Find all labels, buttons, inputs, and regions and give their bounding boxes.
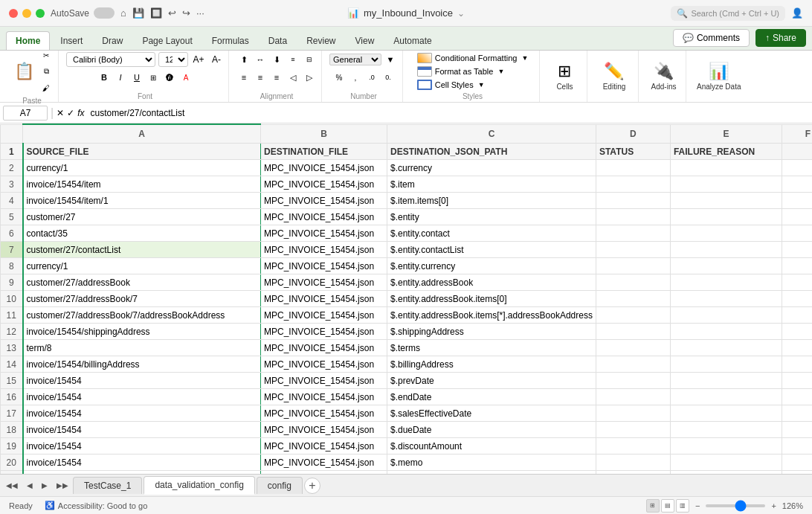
- cell-f20[interactable]: [782, 454, 812, 471]
- cell-e10[interactable]: [670, 291, 782, 307]
- tab-draw[interactable]: Draw: [93, 32, 132, 50]
- cell-e1[interactable]: FAILURE_REASON: [670, 144, 782, 160]
- cell-c8[interactable]: $.entity.currency: [387, 258, 596, 274]
- sheet-nav-last[interactable]: ▶▶: [54, 480, 71, 491]
- font-size-increase-button[interactable]: A+: [191, 52, 206, 67]
- cell-a8[interactable]: currency/1: [23, 258, 261, 274]
- dropdown-chevron-icon[interactable]: ⌄: [457, 8, 465, 19]
- cell-b10[interactable]: MPC_INVOICE_15454.json: [261, 291, 387, 307]
- autosave-toggle[interactable]: [94, 7, 115, 19]
- cell-d5[interactable]: [596, 209, 670, 225]
- cell-c7[interactable]: $.entity.contactList: [387, 242, 596, 258]
- cell-b21[interactable]: MPC_INVOICE_15454.json: [261, 471, 387, 475]
- cell-f7[interactable]: [782, 242, 812, 258]
- col-header-f[interactable]: F: [782, 124, 812, 144]
- cell-d19[interactable]: [596, 438, 670, 454]
- cell-e4[interactable]: [670, 193, 782, 209]
- decrease-decimal-button[interactable]: 0.: [381, 70, 396, 85]
- tab-data[interactable]: Data: [260, 32, 296, 50]
- add-sheet-button[interactable]: +: [304, 478, 320, 494]
- cell-d14[interactable]: [596, 356, 670, 373]
- cell-d6[interactable]: [596, 225, 670, 242]
- cell-d10[interactable]: [596, 291, 670, 307]
- cell-c21[interactable]: $.exchangeRate: [387, 471, 596, 475]
- align-right-button[interactable]: ≡: [269, 70, 284, 85]
- cell-a9[interactable]: customer/27/addressBook: [23, 274, 261, 291]
- cell-f8[interactable]: [782, 258, 812, 274]
- cell-f19[interactable]: [782, 438, 812, 454]
- formula-fx-icon[interactable]: fx: [77, 108, 84, 118]
- cell-c2[interactable]: $.currency: [387, 160, 596, 176]
- font-family-selector[interactable]: Calibri (Body): [66, 52, 155, 67]
- cell-f3[interactable]: [782, 176, 812, 193]
- maximize-button[interactable]: [36, 9, 45, 18]
- cell-d13[interactable]: [596, 340, 670, 356]
- minimize-button[interactable]: [22, 9, 31, 18]
- tab-formulas[interactable]: Formulas: [203, 32, 258, 50]
- cell-e20[interactable]: [670, 454, 782, 471]
- cell-e19[interactable]: [670, 438, 782, 454]
- number-format-selector[interactable]: General: [329, 54, 381, 65]
- cell-b8[interactable]: MPC_INVOICE_15454.json: [261, 258, 387, 274]
- tab-review[interactable]: Review: [297, 32, 344, 50]
- cell-a13[interactable]: term/8: [23, 340, 261, 356]
- tab-insert[interactable]: Insert: [51, 32, 91, 50]
- cell-b19[interactable]: MPC_INVOICE_15454.json: [261, 438, 387, 454]
- cell-b16[interactable]: MPC_INVOICE_15454.json: [261, 389, 387, 405]
- cell-f5[interactable]: [782, 209, 812, 225]
- cell-a3[interactable]: invoice/15454/item: [23, 176, 261, 193]
- home-icon[interactable]: ⌂: [120, 7, 126, 19]
- cell-d9[interactable]: [596, 274, 670, 291]
- cell-e6[interactable]: [670, 225, 782, 242]
- cell-d3[interactable]: [596, 176, 670, 193]
- font-color-button[interactable]: A: [178, 70, 193, 85]
- cell-a16[interactable]: invoice/15454: [23, 389, 261, 405]
- cell-a18[interactable]: invoice/15454: [23, 422, 261, 438]
- cell-c11[interactable]: $.entity.addressBook.items[*].addressBoo…: [387, 307, 596, 324]
- font-size-selector[interactable]: 12: [158, 52, 188, 67]
- increase-indent-button[interactable]: ▷: [302, 70, 317, 85]
- tab-automate[interactable]: Automate: [384, 32, 440, 50]
- cell-b20[interactable]: MPC_INVOICE_15454.json: [261, 454, 387, 471]
- cell-c9[interactable]: $.entity.addressBook: [387, 274, 596, 291]
- bold-button[interactable]: B: [97, 70, 112, 85]
- cell-b15[interactable]: MPC_INVOICE_15454.json: [261, 373, 387, 389]
- save-icon[interactable]: 💾: [132, 7, 144, 19]
- normal-view-button[interactable]: ⊞: [646, 499, 660, 513]
- underline-button[interactable]: U: [129, 70, 144, 85]
- cell-reference-box[interactable]: [3, 106, 48, 121]
- cell-d16[interactable]: [596, 389, 670, 405]
- conditional-formatting-dropdown-icon[interactable]: ▼: [521, 54, 528, 62]
- profile-icon[interactable]: 👤: [791, 7, 803, 19]
- redo-icon[interactable]: ↪: [182, 7, 190, 19]
- cell-b1[interactable]: DESTINATION_FILE: [261, 144, 387, 160]
- sheet-nav-next[interactable]: ▶: [39, 480, 51, 491]
- increase-decimal-button[interactable]: .0: [364, 70, 379, 85]
- font-size-decrease-button[interactable]: A-: [209, 52, 224, 67]
- sheet-tab-config[interactable]: config: [257, 477, 303, 494]
- zoom-in-icon[interactable]: +: [771, 501, 776, 510]
- wrap-text-button[interactable]: ≡: [286, 52, 300, 67]
- cell-f14[interactable]: [782, 356, 812, 373]
- cell-f18[interactable]: [782, 422, 812, 438]
- cell-c6[interactable]: $.entity.contact: [387, 225, 596, 242]
- editing-button[interactable]: ✏️ Editing: [600, 60, 629, 92]
- col-header-c[interactable]: C: [387, 124, 596, 144]
- cell-d15[interactable]: [596, 373, 670, 389]
- comma-style-button[interactable]: ,: [348, 70, 363, 85]
- cell-a20[interactable]: invoice/15454: [23, 454, 261, 471]
- formula-confirm-icon[interactable]: ✓: [67, 108, 74, 118]
- cell-a10[interactable]: customer/27/addressBook/7: [23, 291, 261, 307]
- cell-e14[interactable]: [670, 356, 782, 373]
- cell-a14[interactable]: invoice/15454/billingAddress: [23, 356, 261, 373]
- cell-b9[interactable]: MPC_INVOICE_15454.json: [261, 274, 387, 291]
- cell-e13[interactable]: [670, 340, 782, 356]
- cell-c4[interactable]: $.item.items[0]: [387, 193, 596, 209]
- tab-page-layout[interactable]: Page Layout: [133, 32, 201, 50]
- cell-c12[interactable]: $.shippingAddress: [387, 324, 596, 340]
- close-button[interactable]: [9, 9, 18, 18]
- cell-a6[interactable]: contact/35: [23, 225, 261, 242]
- cell-f13[interactable]: [782, 340, 812, 356]
- format-painter-button[interactable]: 🖌: [39, 80, 54, 95]
- cell-c19[interactable]: $.discountAmount: [387, 438, 596, 454]
